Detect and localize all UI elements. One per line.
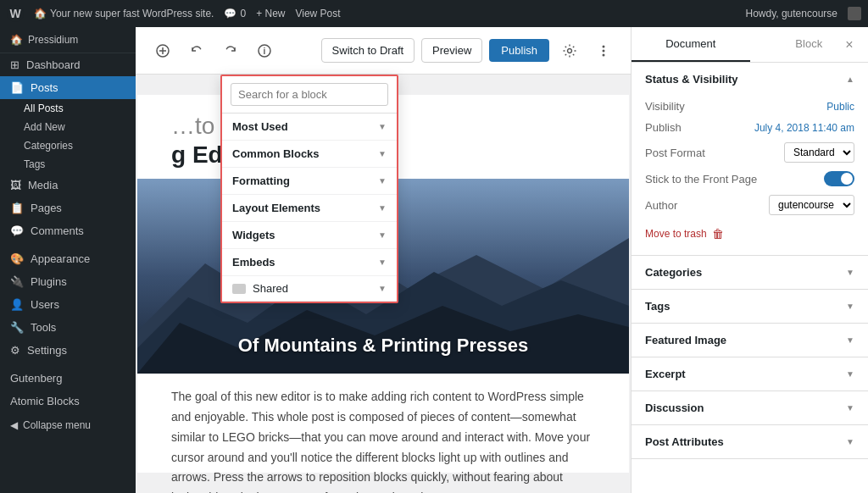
sidebar-item-gutenberg[interactable]: Gutenberg xyxy=(0,367,136,390)
block-category-most-used[interactable]: Most Used ▼ xyxy=(222,114,397,141)
panel-section-excerpt: Excerpt ▼ xyxy=(632,357,868,391)
switch-editor-button[interactable]: Switch to Draft xyxy=(321,38,415,63)
chevron-down-icon: ▼ xyxy=(846,369,854,379)
sidebar-item-posts[interactable]: 📄 Posts xyxy=(0,76,136,99)
categories-label: Categories xyxy=(24,140,73,152)
section-header-tags[interactable]: Tags ▼ xyxy=(632,290,868,323)
admin-bar-comments[interactable]: 💬 0 xyxy=(224,8,246,19)
admin-bar-view-post[interactable]: View Post xyxy=(295,8,340,19)
chevron-down-icon: ▼ xyxy=(378,230,387,240)
sidebar-subitem-add-new[interactable]: Add New xyxy=(0,118,136,136)
collapse-menu-button[interactable]: ◀ Collapse menu xyxy=(0,413,136,438)
tags-label: Tags xyxy=(24,158,45,170)
panel-section-tags: Tags ▼ xyxy=(632,290,868,324)
collapse-label: Collapse menu xyxy=(23,419,91,431)
comments-icon: 💬 xyxy=(224,8,236,19)
chevron-down-icon: ▼ xyxy=(846,335,854,345)
body-text: The goal of this new editor is to make a… xyxy=(171,390,590,493)
author-select[interactable]: gutencourse xyxy=(769,195,854,215)
sidebar-item-plugins[interactable]: 🔌 Plugins xyxy=(0,270,136,293)
visibility-label: Visibility xyxy=(645,100,685,113)
panel-section-categories: Categories ▼ xyxy=(632,256,868,290)
add-block-button[interactable] xyxy=(149,37,176,64)
wp-logo[interactable]: W xyxy=(7,5,24,22)
sidebar-item-atomic-blocks[interactable]: Atomic Blocks xyxy=(0,390,136,413)
section-header-post-attributes[interactable]: Post Attributes ▼ xyxy=(632,425,868,458)
block-category-formatting[interactable]: Formatting ▼ xyxy=(222,168,397,195)
sidebar-label-pages: Pages xyxy=(31,202,62,214)
publish-button[interactable]: Publish xyxy=(489,39,549,62)
sidebar-item-settings[interactable]: ⚙ Settings xyxy=(0,339,136,362)
admin-bar-site[interactable]: 🏠 Your new super fast WordPress site. xyxy=(34,8,214,19)
panel-section-discussion: Discussion ▼ xyxy=(632,391,868,425)
block-category-common-blocks[interactable]: Common Blocks ▼ xyxy=(222,141,397,168)
sidebar-item-pages[interactable]: 📋 Pages xyxy=(0,197,136,219)
sidebar-item-appearance[interactable]: 🎨 Appearance xyxy=(0,247,136,270)
sidebar-label-settings: Settings xyxy=(27,344,67,357)
chevron-down-icon: ▼ xyxy=(378,284,387,293)
right-panel: Document Block × Status & Visibility ▲ V… xyxy=(631,27,868,493)
panel-close-button[interactable]: × xyxy=(837,33,861,57)
preview-button[interactable]: Preview xyxy=(421,38,482,63)
section-header-excerpt[interactable]: Excerpt ▼ xyxy=(632,357,868,391)
section-header-featured-image[interactable]: Featured Image ▼ xyxy=(632,324,868,357)
sidebar-label-appearance: Appearance xyxy=(31,252,90,265)
info-button[interactable]: i xyxy=(251,37,278,64)
block-search-area xyxy=(222,76,397,114)
site-icon: 🏠 xyxy=(10,34,23,46)
sidebar-label-comments: Comments xyxy=(31,224,84,237)
svg-point-5 xyxy=(568,48,572,53)
publish-row: Publish July 4, 2018 11:40 am xyxy=(645,117,854,138)
block-category-embeds[interactable]: Embeds ▼ xyxy=(222,249,397,276)
publish-value[interactable]: July 4, 2018 11:40 am xyxy=(754,122,854,134)
author-label: Author xyxy=(645,199,677,212)
sidebar-item-media[interactable]: 🖼 Media xyxy=(0,174,136,197)
chevron-down-icon: ▼ xyxy=(378,176,387,186)
panel-content: Status & Visibility ▲ Visibility Public … xyxy=(632,63,868,493)
sidebar-subitem-all-posts[interactable]: All Posts xyxy=(0,99,136,118)
site-name: Your new super fast WordPress site. xyxy=(50,8,214,19)
sidebar-item-tools[interactable]: 🔧 Tools xyxy=(0,316,136,339)
sidebar-item-comments[interactable]: 💬 Comments xyxy=(0,219,136,242)
block-category-widgets[interactable]: Widgets ▼ xyxy=(222,222,397,249)
editor-area: i Switch to Draft Preview Publish xyxy=(136,27,631,493)
panel-section-status: Status & Visibility ▲ Visibility Public … xyxy=(632,63,868,256)
tab-document[interactable]: Document xyxy=(632,27,750,62)
sidebar-label-dashboard: Dashboard xyxy=(26,58,81,71)
svg-text:i: i xyxy=(264,47,266,56)
main-layout: 🏠 Pressidium ⊞ Dashboard 📄 Posts All Pos… xyxy=(0,27,868,493)
undo-button[interactable] xyxy=(183,37,210,64)
sidebar-label-media: Media xyxy=(28,179,58,191)
section-header-status[interactable]: Status & Visibility ▲ xyxy=(632,63,868,96)
admin-bar-new[interactable]: + New xyxy=(256,8,285,19)
settings-gear-button[interactable] xyxy=(556,37,583,64)
post-body[interactable]: The goal of this new editor is to make a… xyxy=(137,374,629,493)
publish-label: Publish xyxy=(645,121,682,134)
block-category-shared[interactable]: Shared ▼ xyxy=(222,276,397,302)
post-format-select[interactable]: Standard xyxy=(784,142,854,163)
admin-bar: W 🏠 Your new super fast WordPress site. … xyxy=(0,0,868,27)
block-category-layout-elements[interactable]: Layout Elements ▼ xyxy=(222,195,397,222)
sidebar-subitem-tags[interactable]: Tags xyxy=(0,155,136,174)
sidebar-label-posts: Posts xyxy=(31,81,58,94)
sidebar-item-dashboard[interactable]: ⊞ Dashboard xyxy=(0,53,136,76)
sidebar-subitem-categories[interactable]: Categories xyxy=(0,136,136,155)
stick-front-page-toggle[interactable] xyxy=(824,171,854,186)
pages-icon: 📋 xyxy=(10,202,24,214)
sidebar-site-name[interactable]: 🏠 Pressidium xyxy=(0,27,136,53)
sidebar: 🏠 Pressidium ⊞ Dashboard 📄 Posts All Pos… xyxy=(0,27,136,493)
section-header-categories[interactable]: Categories ▼ xyxy=(632,256,868,289)
author-row: Author gutencourse xyxy=(645,191,854,219)
chevron-up-icon: ▲ xyxy=(846,75,854,84)
appearance-icon: 🎨 xyxy=(10,252,24,265)
move-to-trash-link[interactable]: Move to trash xyxy=(645,228,707,240)
visibility-value[interactable]: Public xyxy=(826,101,854,113)
chevron-down-icon: ▼ xyxy=(378,149,387,158)
block-search-input[interactable] xyxy=(231,83,388,106)
sidebar-item-users[interactable]: 👤 Users xyxy=(0,293,136,316)
more-options-button[interactable] xyxy=(590,37,617,64)
avatar xyxy=(848,7,861,20)
redo-button[interactable] xyxy=(217,37,244,64)
panel-section-featured-image: Featured Image ▼ xyxy=(632,324,868,357)
section-header-discussion[interactable]: Discussion ▼ xyxy=(632,391,868,424)
